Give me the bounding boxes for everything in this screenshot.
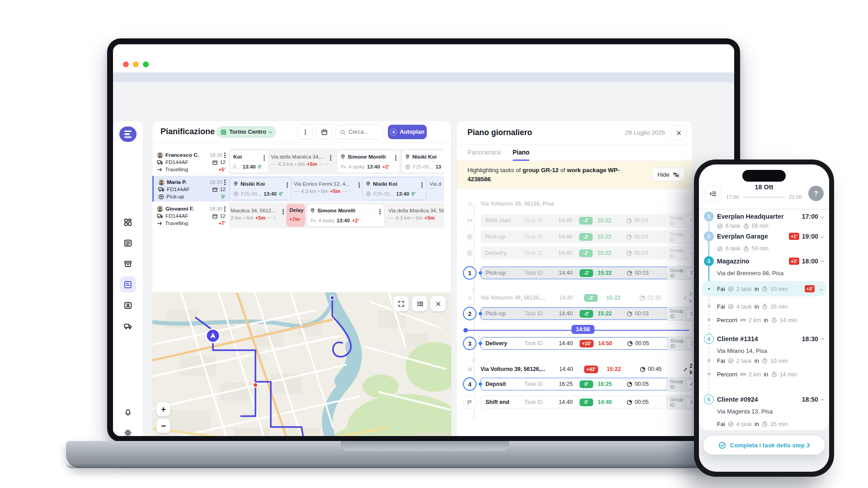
- fit-bounds-button[interactable]: [156, 436, 170, 436]
- task-row[interactable]: Percorri 2 km in 14 min: [717, 369, 824, 379]
- stop-row[interactable]: Everplan Garage +1'19:00: [717, 231, 824, 242]
- stop-row[interactable]: Magazzino +3'18:00: [717, 256, 824, 267]
- driver-row-maria[interactable]: Maria P.18:30 FD144AF12 Pick-up0' Nisiki…: [152, 176, 444, 202]
- kebab-icon[interactable]: [395, 157, 396, 159]
- map-close-button[interactable]: [430, 296, 446, 311]
- stop-address: Via del Brennero 98, Pisa: [717, 269, 824, 277]
- search-input[interactable]: [349, 129, 377, 135]
- task-row-pickup[interactable]: Pick-upTask ID14:40-2'15:2200:03Group ID…: [463, 230, 689, 243]
- kebab-icon[interactable]: [421, 184, 423, 186]
- task-row-active[interactable]: Fai 2 task in 10 min +3'→: [717, 284, 824, 294]
- stop-card-selected[interactable]: Nisiki Koi F25-00...13:400': [230, 177, 292, 200]
- step-row-4[interactable]: 4 DepositTask ID16:250'16:2500:05Group I…: [463, 378, 689, 390]
- step-row-3[interactable]: 3 DeliveryTask ID14:40+10'14:5000:05Grou…: [463, 337, 689, 350]
- stop-card[interactable]: Simone Morelli 4 tasks13:40+2': [307, 204, 384, 227]
- driver-card[interactable]: Giovanni F.18:30 FD144AF12 Travelling+7': [152, 202, 230, 228]
- step-row-2[interactable]: 2 Pick-upTask ID14:40-2'15:2200:03Group …: [463, 307, 689, 320]
- more-options-button[interactable]: [297, 124, 313, 140]
- task-row[interactable]: Fai 2 task in 10 min: [717, 356, 824, 366]
- driver-row-francesco[interactable]: Francesco C.18:30 FD144AF12 Travelling+5…: [152, 149, 444, 174]
- zone-selector[interactable]: Torino Centro: [216, 126, 276, 138]
- kebab-icon[interactable]: [379, 211, 381, 212]
- task-row-shift-start[interactable]: Shift startTask ID14:40-2'15:2200:03Grou…: [463, 214, 689, 227]
- hide-highlight-button[interactable]: Hide: [652, 168, 685, 181]
- notifications-button[interactable]: [120, 404, 136, 420]
- kebab-icon[interactable]: [264, 157, 265, 159]
- travel-card[interactable]: Via della Maiolica 34, 56 4.3 km • 6m+5m: [387, 204, 444, 227]
- travel-row-2[interactable]: Via Volturno 39, 56126,...14:40+42'15:22…: [463, 363, 689, 375]
- help-button[interactable]: ?: [808, 186, 824, 201]
- task-row-shift-end[interactable]: Shift endTask ID14:400'14:4000:05Group I…: [463, 396, 689, 408]
- driver-row-giovanni[interactable]: Giovanni F.18:30 FD144AF12 Travelling+7'…: [152, 202, 444, 228]
- stop-card[interactable]: Koi 0...13:400': [230, 150, 269, 173]
- minimize-window-button[interactable]: [133, 61, 139, 67]
- stop-card[interactable]: Simone Morelli 4 tasks13:40+2': [337, 150, 400, 173]
- kebab-icon[interactable]: [224, 182, 226, 183]
- sidebar-item-contacts[interactable]: [120, 297, 136, 314]
- task-dot: [708, 318, 711, 321]
- driver-card[interactable]: Francesco C.18:30 FD144AF12 Travelling+5…: [152, 149, 230, 174]
- stop-row[interactable]: Everplan Headquarter 17:00: [717, 211, 824, 222]
- task-row[interactable]: Fai 4 task in 35 min: [717, 301, 824, 311]
- panel-list-icon: [416, 300, 423, 307]
- sidebar-item-inventory[interactable]: [120, 256, 136, 272]
- kebab-icon[interactable]: [359, 184, 360, 186]
- everplan-logo-icon[interactable]: [119, 127, 137, 142]
- complete-step-tasks-button[interactable]: Completa i task dello step 3: [703, 436, 825, 455]
- kebab-icon[interactable]: [287, 184, 288, 186]
- kebab-icon[interactable]: [283, 211, 284, 212]
- close-window-button[interactable]: [123, 61, 129, 67]
- go-arrow-icon[interactable]: →: [817, 286, 824, 292]
- zoom-window-button[interactable]: [143, 61, 149, 67]
- kebab-icon[interactable]: [224, 155, 226, 156]
- chevron-up-icon[interactable]: [821, 260, 824, 264]
- sidebar-item-fleet[interactable]: [120, 318, 136, 334]
- kebab-icon[interactable]: [330, 157, 331, 159]
- driver-card[interactable]: Maria P.18:30 FD144AF12 Pick-up0': [152, 176, 230, 202]
- stop-summary: 6 task 59 min: [717, 244, 824, 253]
- delay-badge: 0': [580, 380, 593, 388]
- task-row[interactable]: Fai 4 task in 35 min: [717, 419, 824, 429]
- zoom-in-button[interactable]: +: [156, 402, 170, 416]
- chevron-down-icon[interactable]: [821, 235, 824, 238]
- map[interactable]: + −: [152, 292, 451, 436]
- task-row-delivery[interactable]: DeliveryTask ID14:40-2'15:2200:03Group I…: [463, 247, 689, 259]
- sidebar-item-planning[interactable]: [120, 277, 136, 293]
- chevron-up-icon[interactable]: [821, 338, 824, 342]
- tab-piano[interactable]: Piano: [513, 145, 530, 160]
- calendar-button[interactable]: [316, 124, 332, 140]
- stops-list[interactable]: 1 2 3 4 5 Everplan Headquarter 17:00 6 t…: [699, 210, 829, 430]
- stop-card[interactable]: Nisiki Koi F25-00...13: [401, 150, 444, 173]
- plan-timeline[interactable]: Via Volturno 39, 56126, Pisa Shift start…: [457, 189, 692, 436]
- zoom-out-button[interactable]: −: [156, 419, 170, 433]
- travel-card[interactable]: Via della Maiolica 34,... 4.3 km • 6m+5m: [270, 150, 332, 173]
- delay-badge: +1': [789, 233, 799, 240]
- map-layers-button[interactable]: [412, 296, 427, 311]
- close-panel-button[interactable]: [671, 125, 686, 141]
- autoplan-button[interactable]: A Autoplan: [388, 125, 427, 139]
- box-icon: [212, 160, 218, 165]
- kebab-icon[interactable]: [224, 208, 226, 210]
- chevron-up-icon[interactable]: [821, 399, 824, 402]
- travel-card[interactable]: Maiolica 34, 5612... 3 km • 6m+5m: [230, 204, 285, 227]
- settings-button[interactable]: [120, 425, 136, 436]
- plan-date: 29 Luglio 2025: [625, 129, 665, 136]
- sidebar-item-orders[interactable]: [120, 235, 136, 251]
- travel-card[interactable]: Via d: [429, 177, 444, 200]
- map-fullscreen-button[interactable]: [393, 296, 409, 311]
- stop-card-selected[interactable]: Nisiki Koi F25-00...13:400': [362, 177, 426, 200]
- tab-panoramica[interactable]: Panoramica: [467, 145, 501, 160]
- stop-row[interactable]: Cliente #1314 18:30: [717, 333, 824, 344]
- laptop-screen: Pianificazione Torino Centro A Autoplan: [113, 44, 734, 436]
- search-box[interactable]: [335, 125, 383, 139]
- stop-number-1: 1: [704, 211, 714, 221]
- travel-row-1[interactable]: Via Volturno 39, 56126,...14:40-2'15:220…: [463, 292, 689, 304]
- step-row-1[interactable]: 1 Pick-upTask ID14:40-2'15:2200:03Group …: [463, 267, 689, 279]
- stop-row[interactable]: Cliente #0924 18:50: [717, 394, 824, 405]
- sidebar-item-dashboard[interactable]: [120, 214, 136, 230]
- travel-card[interactable]: Via Enrico Fermi 12, 4... 4.3 km • 6m+5m: [293, 177, 361, 200]
- delay-card[interactable]: Delay +7m: [286, 204, 305, 227]
- dispatch-rows: Francesco C.18:30 FD144AF12 Travelling+5…: [152, 143, 444, 233]
- chevron-down-icon[interactable]: [821, 215, 824, 218]
- task-row[interactable]: Percorri 2 km in 14 min: [717, 315, 824, 325]
